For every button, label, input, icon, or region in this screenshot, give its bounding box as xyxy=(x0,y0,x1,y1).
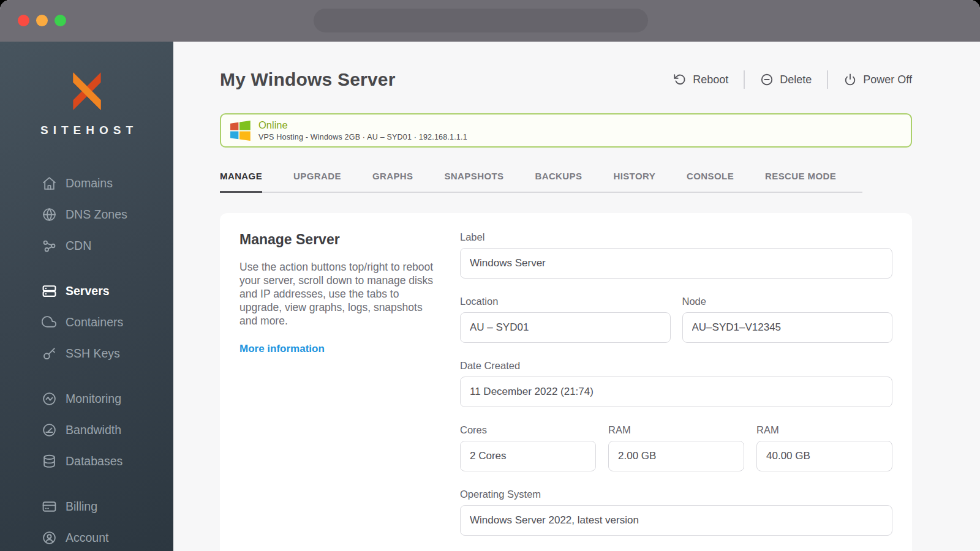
node-input[interactable] xyxy=(682,312,893,343)
tab-backups[interactable]: BACKUPS xyxy=(535,167,582,193)
server-actions: Reboot Delete Power Off xyxy=(673,70,912,89)
sidebar-item-label: Containers xyxy=(66,315,123,329)
credit-card-icon xyxy=(42,499,57,514)
page-title: My Windows Server xyxy=(220,69,396,90)
nav-group-compute: Servers Containers SSH Keys xyxy=(0,276,173,369)
tab-snapshots[interactable]: SNAPSHOTS xyxy=(444,167,503,193)
sidebar-item-dns-zones[interactable]: DNS Zones xyxy=(0,199,173,230)
ram-input[interactable] xyxy=(608,441,744,471)
sidebar-item-monitoring[interactable]: Monitoring xyxy=(0,383,173,414)
window-zoom-button[interactable] xyxy=(55,15,66,26)
tab-upgrade[interactable]: UPGRADE xyxy=(293,167,341,193)
action-label: Power Off xyxy=(863,73,912,86)
key-icon xyxy=(42,346,57,361)
cores-field-label: Cores xyxy=(460,424,596,436)
operating-system-field-label: Operating System xyxy=(460,489,892,500)
location-input[interactable] xyxy=(460,312,671,343)
ram-field-label: RAM xyxy=(608,424,744,436)
section-description: Use the action buttons top/right to rebo… xyxy=(239,260,440,328)
node-field: Node xyxy=(682,296,893,343)
tab-graphs[interactable]: GRAPHS xyxy=(372,167,413,193)
sidebar-item-cdn[interactable]: CDN xyxy=(0,230,173,261)
power-icon xyxy=(843,73,857,86)
sidebar-item-label: Databases xyxy=(66,454,123,468)
sidebar-item-servers[interactable]: Servers xyxy=(0,276,173,307)
divider xyxy=(744,70,745,89)
manage-intro: Manage Server Use the action buttons top… xyxy=(239,231,460,536)
user-circle-icon xyxy=(42,530,57,545)
operating-system-input[interactable] xyxy=(460,505,892,536)
more-information-link[interactable]: More information xyxy=(239,343,325,355)
ram2-input[interactable] xyxy=(756,441,892,471)
sidebar-item-label: SSH Keys xyxy=(66,347,120,361)
traffic-lights xyxy=(18,15,66,26)
date-created-field-label: Date Created xyxy=(460,360,892,372)
brand-name: SITEHOST xyxy=(0,124,173,137)
server-status-banner: Online VPS Hosting - Windows 2GB · AU – … xyxy=(220,113,912,148)
server-icon xyxy=(42,283,57,299)
location-field-label: Location xyxy=(460,296,671,307)
cloud-icon xyxy=(42,315,57,330)
tab-bar: MANAGE UPGRADE GRAPHS SNAPSHOTS BACKUPS … xyxy=(220,167,862,193)
app-window: SITEHOST Domains DNS Zones CDN xyxy=(0,0,980,551)
home-icon xyxy=(42,176,57,191)
divider xyxy=(827,70,828,89)
sidebar-nav: Domains DNS Zones CDN Servers xyxy=(0,168,173,551)
gauge-icon xyxy=(42,422,57,438)
action-label: Reboot xyxy=(693,73,728,86)
delete-button[interactable]: Delete xyxy=(760,73,812,86)
status-details: VPS Hosting - Windows 2GB · AU – SYD01 ·… xyxy=(258,133,467,141)
window-minimize-button[interactable] xyxy=(36,15,48,26)
main-content: My Windows Server Reboot Delete Power O xyxy=(173,42,980,551)
page-header: My Windows Server Reboot Delete Power O xyxy=(220,69,912,90)
reboot-button[interactable]: Reboot xyxy=(673,73,728,86)
sidebar-item-label: Servers xyxy=(66,284,110,298)
date-created-field: Date Created xyxy=(460,360,892,407)
sidebar-item-label: DNS Zones xyxy=(66,208,127,222)
brand: SITEHOST xyxy=(0,69,173,137)
address-bar[interactable] xyxy=(314,9,648,32)
sidebar-item-bandwidth[interactable]: Bandwidth xyxy=(0,414,173,446)
nav-group-account: Billing Account xyxy=(0,491,173,551)
tab-history[interactable]: HISTORY xyxy=(613,167,655,193)
manage-server-card: Manage Server Use the action buttons top… xyxy=(220,213,912,551)
ram2-field-label: RAM xyxy=(756,424,892,436)
sidebar-item-billing[interactable]: Billing xyxy=(0,491,173,522)
share-nodes-icon xyxy=(42,238,57,253)
sidebar-item-ssh-keys[interactable]: SSH Keys xyxy=(0,338,173,369)
status-state: Online xyxy=(258,119,467,131)
date-created-input[interactable] xyxy=(460,377,892,407)
sidebar-item-label: Domains xyxy=(66,176,113,190)
label-input[interactable] xyxy=(460,248,892,279)
sidebar-item-label: Billing xyxy=(66,500,97,514)
tab-manage[interactable]: MANAGE xyxy=(220,167,262,193)
window-titlebar xyxy=(0,0,980,42)
database-icon xyxy=(42,454,57,469)
sidebar-item-containers[interactable]: Containers xyxy=(0,307,173,338)
reboot-icon xyxy=(673,73,687,86)
globe-icon xyxy=(42,207,57,222)
windows-logo-icon xyxy=(230,121,251,141)
power-off-button[interactable]: Power Off xyxy=(843,73,912,86)
sidebar-item-databases[interactable]: Databases xyxy=(0,446,173,477)
nav-group-insights: Monitoring Bandwidth Databases xyxy=(0,383,173,477)
tab-console[interactable]: CONSOLE xyxy=(687,167,734,193)
operating-system-field: Operating System xyxy=(460,489,892,536)
section-heading: Manage Server xyxy=(239,231,460,248)
sidebar-item-label: Monitoring xyxy=(66,392,121,406)
sidebar: SITEHOST Domains DNS Zones CDN xyxy=(0,42,173,551)
sidebar-item-label: CDN xyxy=(66,239,91,253)
cores-input[interactable] xyxy=(460,441,596,471)
window-close-button[interactable] xyxy=(18,15,29,26)
node-field-label: Node xyxy=(682,296,893,307)
label-field-label: Label xyxy=(460,231,892,243)
sidebar-item-account[interactable]: Account xyxy=(0,522,173,551)
minus-circle-icon xyxy=(760,73,774,86)
sitehost-logo-icon xyxy=(64,69,110,114)
location-field: Location xyxy=(460,296,671,343)
sidebar-item-domains[interactable]: Domains xyxy=(0,168,173,199)
label-field: Label xyxy=(460,231,892,279)
sidebar-item-label: Bandwidth xyxy=(66,423,121,437)
tab-rescue-mode[interactable]: RESCUE MODE xyxy=(765,167,836,193)
ram2-field: RAM xyxy=(756,424,892,471)
